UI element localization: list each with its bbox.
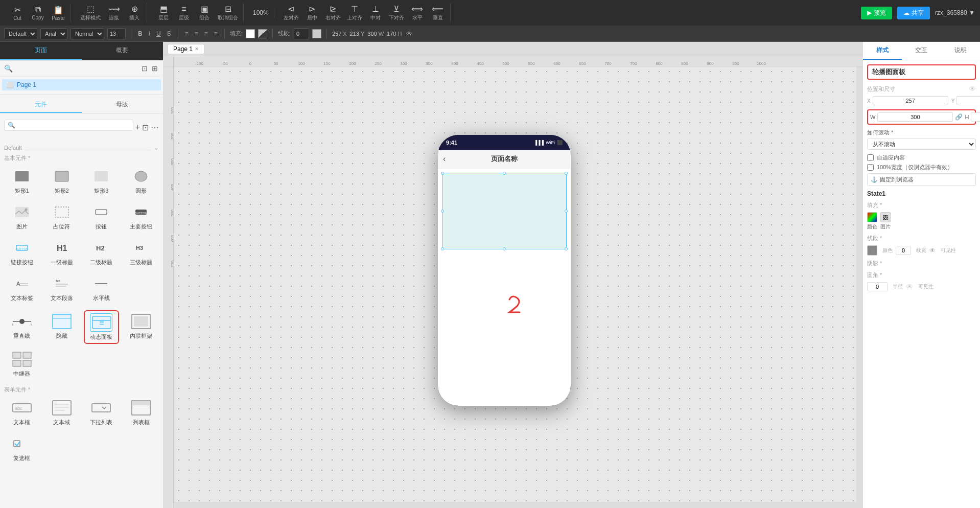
stroke-color-swatch[interactable] <box>312 29 321 38</box>
tab-elements[interactable]: 元件 <box>0 97 82 113</box>
tab-interact[interactable]: 交互 <box>902 42 941 60</box>
ungroup-tool[interactable]: ⊟ 取消组合 <box>216 3 240 22</box>
elem-placeholder[interactable]: 占位符 <box>44 201 80 233</box>
user-menu[interactable]: rzx_365880 ▼ <box>935 9 975 16</box>
tab-page[interactable]: 页面 <box>0 42 82 60</box>
align-mid-button[interactable]: ⊥ 中对 <box>366 3 385 22</box>
canvas-tab-page1[interactable]: Page 1 ✕ <box>168 44 204 54</box>
elem-listbox[interactable]: 列表框 <box>123 397 159 428</box>
zoom-control[interactable]: 100% <box>251 8 271 17</box>
elem-rect1[interactable]: 矩形1 <box>4 165 40 197</box>
page-menu-button[interactable]: ⊞ <box>151 63 159 74</box>
elem-circle[interactable]: 圆形 <box>123 165 159 197</box>
elem-panel[interactable]: 隐藏 <box>44 310 80 344</box>
tab-outline[interactable]: 概要 <box>82 42 164 60</box>
position-visibility-eye[interactable]: 👁 <box>969 85 976 93</box>
elem-h3[interactable]: H3 三级标题 <box>123 237 159 268</box>
bold-button[interactable]: B <box>136 29 144 38</box>
lock-icon[interactable]: 🔗 <box>955 113 963 121</box>
connect-tool[interactable]: ⟿ 连接 <box>105 3 123 22</box>
y-input[interactable]: 213 <box>956 96 980 105</box>
insert-tool[interactable]: ⊕ 插入 <box>125 3 144 22</box>
full-width-checkbox[interactable] <box>867 164 874 171</box>
elem-rect3[interactable]: 矩形3 <box>84 165 120 197</box>
visibility-toggle[interactable]: 👁 <box>405 29 414 38</box>
border-color-swatch[interactable] <box>867 245 877 256</box>
border-width-input[interactable] <box>896 246 911 255</box>
select-tool[interactable]: ⬚ 选择模式 <box>78 3 103 22</box>
layer-tool[interactable]: ⬒ 层层 <box>154 3 173 22</box>
default-group-toggle[interactable]: ⌄ <box>154 144 159 151</box>
tab-masters[interactable]: 母版 <box>82 97 164 113</box>
align-right-text[interactable]: ≡ <box>203 29 209 38</box>
elem-image[interactable]: 图片 <box>4 201 40 233</box>
adapt-content-checkbox[interactable] <box>867 154 874 161</box>
align-left-button[interactable]: ⊲ 左对齐 <box>282 3 301 22</box>
carousel-panel[interactable] <box>442 173 567 249</box>
strikethrough-button[interactable]: S <box>166 29 173 38</box>
elem-btn-primary[interactable]: BUTTON 主要按钮 <box>123 201 159 233</box>
preview-button[interactable]: ▶ 预览 <box>861 7 892 19</box>
font-family-select[interactable]: Default <box>4 28 37 39</box>
border-visibility-toggle[interactable]: 👁 <box>929 247 936 254</box>
font-size-input[interactable] <box>107 28 126 39</box>
elem-repeater[interactable]: 中继器 <box>4 348 40 380</box>
elem-h1[interactable]: H1 一级标题 <box>44 237 80 268</box>
layer-item-page1[interactable]: ⬜ Page 1 <box>2 79 161 90</box>
canvas-tab-close[interactable]: ✕ <box>195 46 199 52</box>
align-center-button[interactable]: ⊳ 居中 <box>303 3 321 22</box>
radius-value-input[interactable] <box>867 282 888 291</box>
elem-text-label[interactable]: A 文本标签 <box>4 272 40 304</box>
radius-visibility-toggle[interactable]: 👁 <box>906 283 913 291</box>
align-left-text[interactable]: ≡ <box>183 29 190 38</box>
align-center-text[interactable]: ≡ <box>193 29 200 38</box>
underline-button[interactable]: U <box>155 29 162 38</box>
elements-more-button[interactable]: ⋯ <box>151 123 159 132</box>
handle-bl[interactable] <box>441 247 444 250</box>
align-bottom-button[interactable]: ⊻ 下对齐 <box>387 3 406 22</box>
back-button[interactable]: ‹ <box>443 154 446 164</box>
fill-style-swatch[interactable] <box>258 29 267 38</box>
fill-color-swatch[interactable] <box>867 212 877 222</box>
handle-tl[interactable] <box>441 172 444 175</box>
paste-button[interactable]: 📋 Paste <box>49 4 67 22</box>
italic-button[interactable]: I <box>147 29 152 38</box>
canvas-dot-background[interactable]: 9:41 ▐▐▐ WiFi ⬛ ‹ 页面名称 <box>174 66 862 508</box>
h-input[interactable] <box>971 112 980 122</box>
copy-button[interactable]: ⧉ Copy <box>29 4 47 21</box>
handle-tr[interactable] <box>565 172 568 175</box>
font-style-select[interactable]: Normal <box>71 28 104 39</box>
handle-mr[interactable] <box>565 210 568 213</box>
elem-checkbox[interactable]: 复选框 <box>4 432 40 464</box>
w-input[interactable] <box>877 112 953 122</box>
elem-divider[interactable]: 水平线 <box>84 272 120 304</box>
handle-tc[interactable] <box>503 172 506 175</box>
elements-search-input[interactable] <box>15 122 130 129</box>
elem-textarea[interactable]: 文本域 <box>44 397 80 428</box>
fill-color-swatch[interactable] <box>246 29 255 38</box>
add-page-button[interactable]: ⊡ <box>141 63 149 74</box>
elem-button[interactable]: 按钮 <box>84 201 120 233</box>
distribute-v-button[interactable]: ⟸ 垂直 <box>429 3 447 22</box>
handle-bc[interactable] <box>503 247 506 250</box>
align-right-button[interactable]: ⊵ 右对齐 <box>323 3 343 22</box>
fill-image-option[interactable]: 🖼 图片 <box>880 212 891 230</box>
align-justify-text[interactable]: ≡ <box>213 29 219 38</box>
elem-rect2[interactable]: 矩形2 <box>44 165 80 197</box>
cut-button[interactable]: ✂ Cut <box>8 4 27 22</box>
elements-add-button[interactable]: + <box>135 123 140 132</box>
layer-search-input[interactable] <box>15 65 138 72</box>
group-tool[interactable]: ▣ 组合 <box>195 3 214 22</box>
distribute-h-button[interactable]: ⟺ 水平 <box>408 3 427 22</box>
x-input[interactable]: 257 <box>873 96 948 105</box>
elem-inline-frame[interactable]: 内联框架 <box>123 310 159 344</box>
fill-color-option[interactable]: 颜色 <box>867 212 877 230</box>
anchor-button[interactable]: ⚓ 固定到浏览器 <box>867 173 976 186</box>
canvas-hscroll[interactable] <box>174 502 862 508</box>
handle-br[interactable] <box>565 247 568 250</box>
stroke-value-input[interactable] <box>294 28 309 39</box>
scroll-select[interactable]: 从不滚动 垂直滚动 水平滚动 两者 <box>867 138 976 150</box>
elem-range-slider[interactable]: 重直线 <box>4 310 40 344</box>
share-button[interactable]: ☁ 共享 <box>897 7 930 19</box>
elements-copy-button[interactable]: ⊡ <box>142 123 149 132</box>
